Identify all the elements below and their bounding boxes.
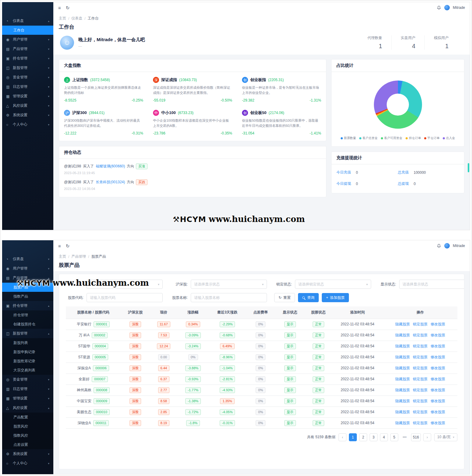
brand-name[interactable]: Mitrade: [453, 244, 465, 248]
filter-select-0[interactable]: ▾: [87, 280, 163, 289]
hide-stock-link[interactable]: 隐藏股票: [395, 399, 410, 403]
edit-stock-link[interactable]: 修改股票: [431, 344, 445, 348]
sidebar-item-0[interactable]: ◔仪表盘▴: [2, 16, 53, 26]
breadcrumb-item[interactable]: 产品管理: [71, 254, 86, 259]
sidebar-subitem-4-0[interactable]: 新股列表: [2, 338, 53, 347]
edit-stock-link[interactable]: 修改股票: [431, 377, 445, 381]
user-avatar[interactable]: [444, 243, 450, 249]
lock-stock-link[interactable]: 锁定股票: [413, 421, 428, 425]
sidebar-item-6[interactable]: ▥日志管理▾: [2, 384, 53, 394]
page-size-select[interactable]: 10 条/页 ▾: [434, 433, 457, 441]
lock-stock-link[interactable]: 锁定股票: [413, 388, 428, 392]
filter-select-1[interactable]: 请选择显示状态▾: [191, 280, 267, 289]
edit-stock-link[interactable]: 修改股票: [431, 333, 445, 337]
add-stock-button[interactable]: + 添加股票: [322, 293, 349, 302]
hide-stock-link[interactable]: 隐藏股票: [395, 322, 410, 326]
sidebar-subitem-4-3[interactable]: 大宗交易列表: [2, 366, 53, 375]
breadcrumb-item[interactable]: 主页: [59, 16, 66, 21]
lock-stock-link[interactable]: 锁定股票: [413, 344, 428, 348]
bell-icon[interactable]: [437, 244, 441, 248]
page-button-3[interactable]: 3: [370, 433, 378, 441]
scrollbar-thumb[interactable]: [468, 163, 469, 172]
sidebar-subitem-3-0[interactable]: 持仓管理: [2, 310, 53, 320]
sidebar-item-8[interactable]: △风控设置▾: [2, 101, 53, 110]
lock-stock-link[interactable]: 锁定股票: [413, 399, 428, 403]
legend-item[interactable]: 平仓订单: [424, 136, 440, 140]
sidebar-item-9[interactable]: ⚙系统设置▾: [2, 110, 53, 120]
sidebar-item-5[interactable]: ◎资金管理▾: [2, 73, 53, 82]
hide-stock-link[interactable]: 隐藏股票: [395, 421, 410, 425]
breadcrumb-item[interactable]: 仪表盘: [71, 16, 82, 21]
recharge-label[interactable]: 总提现: [398, 181, 409, 186]
page-button-2[interactable]: 2: [359, 433, 367, 441]
legend-item[interactable]: 总入金: [443, 136, 455, 140]
hide-stock-link[interactable]: 隐藏股票: [395, 410, 410, 414]
page-button-4[interactable]: 4: [380, 433, 388, 441]
sidebar-subitem-3-1[interactable]: 创建股票持仓: [2, 320, 53, 329]
sidebar-item-2[interactable]: ▤产品管理▴: [2, 273, 53, 283]
brand-name[interactable]: Mitrade: [453, 5, 465, 10]
sidebar-subitem-2-1[interactable]: 指数产品: [2, 292, 53, 301]
sidebar-item-7[interactable]: ▦管理设置▾: [2, 91, 53, 101]
stock-link[interactable]: 长青科技(001324): [96, 180, 125, 185]
legend-item[interactable]: 股票数量: [341, 136, 356, 140]
sidebar-subitem-8-1[interactable]: 股票风控: [2, 422, 53, 431]
hide-stock-link[interactable]: 隐藏股票: [395, 355, 410, 359]
sidebar-subitem-8-3[interactable]: 点差设置: [2, 440, 53, 449]
lock-stock-link[interactable]: 锁定股票: [413, 377, 428, 381]
user-avatar[interactable]: [444, 5, 450, 10]
sidebar-item-10[interactable]: ○个人中心▾: [2, 459, 53, 468]
lock-stock-link[interactable]: 锁定股票: [413, 410, 428, 414]
sidebar-subitem-2-0[interactable]: 股票产品: [2, 283, 53, 292]
sidebar-item-4[interactable]: ◫新股管理▾: [2, 63, 53, 73]
breadcrumb-item[interactable]: 股票产品: [91, 254, 106, 259]
sidebar-item-0[interactable]: ◔仪表盘▾: [2, 254, 53, 264]
edit-stock-link[interactable]: 修改股票: [431, 399, 445, 403]
bell-icon[interactable]: [437, 5, 441, 10]
sidebar-item-3[interactable]: ▣持仓管理▴: [2, 301, 53, 310]
hide-stock-link[interactable]: 隐藏股票: [395, 333, 410, 337]
sidebar-item-3[interactable]: ▣持仓管理▾: [2, 54, 53, 63]
sidebar-item-6[interactable]: ▥日志管理▾: [2, 82, 53, 91]
sidebar-subitem-4-2[interactable]: 新股抢筹记录: [2, 356, 53, 366]
stock-link[interactable]: 福耀玻璃(600660): [96, 164, 125, 169]
filter-select-3[interactable]: 请选择显示状态▾: [399, 280, 464, 289]
recharge-label[interactable]: 今日提现: [336, 181, 351, 186]
search-button[interactable]: 查询: [298, 293, 319, 302]
sidebar-item-2[interactable]: ▤产品管理▾: [2, 44, 53, 54]
page-button-5[interactable]: 5: [390, 433, 398, 441]
stock-code-input[interactable]: [87, 293, 163, 302]
legend-item[interactable]: 客户总资金: [359, 136, 378, 140]
stock-name-input[interactable]: [191, 293, 267, 302]
sidebar-subitem-4-1[interactable]: 新股申购记录: [2, 347, 53, 356]
lock-stock-link[interactable]: 锁定股票: [413, 366, 428, 370]
sidebar-item-9[interactable]: ⚙系统设置▾: [2, 449, 53, 459]
filter-select-2[interactable]: 请选择锁定状态▾: [295, 280, 371, 289]
sidebar-item-10[interactable]: ○个人中心▾: [2, 120, 53, 129]
sidebar-item-8[interactable]: △风控设置▴: [2, 403, 53, 413]
refresh-icon[interactable]: ↻: [66, 5, 70, 10]
sidebar-item-4[interactable]: ◫新股管理▴: [2, 329, 53, 338]
legend-item[interactable]: 持仓订单: [406, 136, 421, 140]
edit-stock-link[interactable]: 修改股票: [431, 366, 445, 370]
reset-button[interactable]: ↻ 重置: [274, 293, 295, 302]
sidebar-item-7[interactable]: ▦管理设置▾: [2, 394, 53, 403]
page-button-516[interactable]: 516: [411, 433, 421, 441]
hide-stock-link[interactable]: 隐藏股票: [395, 377, 410, 381]
sidebar-item-5[interactable]: ◎资金管理▾: [2, 375, 53, 384]
sidebar-subitem-8-2[interactable]: 指数风控: [2, 431, 53, 440]
lock-stock-link[interactable]: 锁定股票: [413, 322, 428, 326]
recharge-label[interactable]: 总充值: [398, 170, 409, 175]
edit-stock-link[interactable]: 修改股票: [431, 421, 445, 425]
edit-stock-link[interactable]: 修改股票: [431, 388, 445, 392]
breadcrumb-item[interactable]: 主页: [59, 254, 66, 259]
sidebar-item-1[interactable]: ◉用户管理▾: [2, 264, 53, 273]
hide-stock-link[interactable]: 隐藏股票: [395, 366, 410, 370]
sidebar-subitem-0-0[interactable]: 工作台: [2, 26, 53, 35]
refresh-icon[interactable]: ↻: [66, 244, 70, 248]
legend-item[interactable]: 客户可用资金: [381, 136, 403, 140]
hide-stock-link[interactable]: 隐藏股票: [395, 344, 410, 348]
next-page-button[interactable]: ›: [423, 433, 431, 441]
recharge-label[interactable]: 今日充值: [336, 170, 351, 175]
breadcrumb-item[interactable]: 工作台: [88, 16, 99, 21]
